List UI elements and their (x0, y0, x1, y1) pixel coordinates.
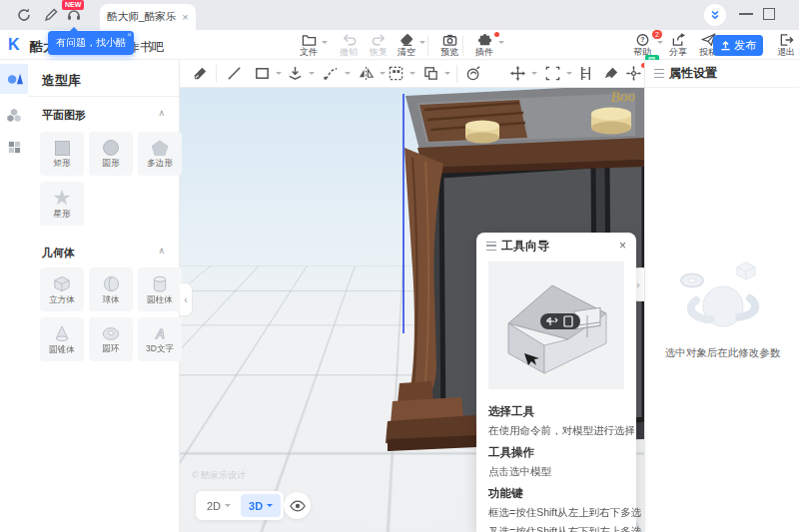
house-illustration-icon (488, 262, 624, 389)
shape-tile-cylinder[interactable]: 圆柱体 (138, 267, 182, 311)
minimize-button[interactable] (739, 13, 753, 15)
rectangle-tool[interactable] (254, 65, 272, 83)
line-tool[interactable] (226, 65, 244, 83)
drawbar-divider (216, 65, 217, 83)
properties-panel-title: 属性设置 (669, 65, 717, 82)
material-brush-tool[interactable] (465, 65, 483, 83)
collapse-section-icon[interactable]: ∧ (158, 108, 165, 118)
marquee-select-tool[interactable] (544, 65, 562, 83)
shape-tile-circle[interactable]: 圆形 (89, 132, 133, 176)
maximize-button[interactable] (763, 8, 775, 20)
share-icon (671, 33, 686, 47)
guide-hotkey: 叉选=按住Shift从右下到左上多选 (488, 524, 628, 532)
mode-3d-caret-icon (267, 504, 273, 507)
puzzle-icon (477, 33, 492, 47)
collapse-left-panel-handle[interactable]: ‹ (180, 282, 193, 316)
clear-button[interactable]: 清空 (390, 33, 423, 59)
tooltip-close-icon[interactable]: × (127, 30, 132, 39)
properties-panel: 属性设置 选中对象后在此修改参数 (644, 60, 799, 532)
svg-text:Boo: Boo (610, 88, 635, 105)
camera-icon (442, 33, 457, 47)
nav-materials-item[interactable] (0, 132, 28, 162)
shape-tile-rectangle[interactable]: 矩形 (40, 132, 84, 176)
shape-tile-star[interactable]: 星形 (40, 182, 84, 226)
tab-kool-master[interactable]: 酷大师_酷家乐 × (100, 4, 196, 30)
share-button[interactable]: 分享 (661, 33, 695, 59)
mode-2d-button[interactable]: 2D (199, 494, 239, 517)
tool-guide-close-icon[interactable]: × (619, 239, 626, 253)
guide-heading: 选择工具 (488, 404, 628, 419)
pen-icon[interactable] (43, 7, 59, 23)
shape-tile-polygon[interactable]: 多边形 (138, 132, 182, 176)
tool-guide-panel: 工具向导 × 选择工具 在使用命令前，对模型进行选择 工具操作 点击选中模型 功 (476, 233, 636, 532)
kool-master-app: NEW 酷大师_酷家乐 × K 酷大师 制作书吧 有问题，找小酷 × 文件 撤 (0, 0, 799, 532)
section-plane-shapes: 平面图形 (42, 108, 86, 123)
star-icon (53, 190, 71, 207)
shapes-icon (6, 71, 23, 87)
drag-handle-icon[interactable] (486, 242, 496, 251)
cone-icon (54, 325, 70, 342)
svg-text:A: A (154, 326, 165, 341)
shape-tile-cube[interactable]: 立方体 (40, 267, 84, 311)
toolbar-divider (462, 36, 463, 56)
refresh-icon[interactable] (16, 7, 32, 23)
guide-heading: 工具操作 (488, 445, 628, 460)
move-caret-icon (531, 72, 537, 75)
marquee-caret-icon (566, 72, 572, 75)
chevrons-down-icon (709, 9, 721, 21)
plugin-button[interactable]: 插件 (467, 33, 501, 59)
properties-panel-header: 属性设置 (645, 60, 799, 88)
tool-guide-header[interactable]: 工具向导 × (476, 233, 636, 259)
copy-tool[interactable] (422, 65, 440, 83)
panel-menu-icon[interactable] (654, 69, 664, 78)
move-tool[interactable] (509, 65, 527, 83)
drawbar-divider (456, 65, 457, 83)
dimension-tool[interactable] (577, 65, 595, 83)
folder-icon (302, 33, 317, 47)
shape-tile-3d-text[interactable]: A 3D文字 (138, 317, 182, 361)
guide-text: 在使用命令前，对模型进行选择 (488, 423, 628, 437)
file-menu-button[interactable]: 文件 (292, 33, 326, 59)
publish-button[interactable]: 发布 (713, 35, 763, 56)
tool-guide-illustration (488, 262, 624, 389)
properties-empty-state: 选中对象后在此修改参数 (645, 255, 799, 360)
rectangle-icon (55, 141, 70, 156)
window-tab-bar: NEW 酷大师_酷家乐 × (0, 0, 799, 30)
gizmo-tool[interactable] (625, 65, 643, 83)
left-nav-strip (0, 60, 28, 532)
tool-guide-body: 选择工具 在使用命令前，对模型进行选择 工具操作 点击选中模型 功能键 框选=按… (488, 396, 628, 532)
push-pull-tool[interactable] (287, 65, 305, 83)
section-solids: 几何体 (42, 246, 75, 261)
3d-text-icon: A (152, 325, 169, 341)
mirror-tool[interactable] (358, 65, 376, 83)
collapse-window-button[interactable] (704, 4, 726, 26)
spline-tool[interactable] (323, 65, 341, 83)
nav-models-item[interactable] (0, 100, 28, 130)
guide-heading: 功能键 (488, 486, 628, 501)
assistant-tooltip[interactable]: 有问题，找小酷 × (48, 31, 134, 55)
pentagon-icon (152, 140, 169, 156)
mode-3d-button[interactable]: 3D (241, 494, 281, 517)
shape-tile-cone[interactable]: 圆锥体 (40, 317, 84, 361)
torus-icon (102, 326, 120, 341)
push-pull-caret-icon (309, 72, 315, 75)
cube-icon (53, 275, 71, 292)
shape-tile-sphere[interactable]: 球体 (89, 267, 133, 311)
undo-button[interactable]: 撤销 (332, 33, 366, 59)
kool-logo: K (8, 36, 26, 54)
nav-shapes-item[interactable] (0, 64, 28, 94)
shape-tile-torus[interactable]: 圆环 (89, 317, 133, 361)
visibility-button[interactable] (284, 492, 311, 519)
properties-empty-hint: 选中对象后在此修改参数 (645, 346, 799, 360)
sphere-icon (103, 275, 120, 292)
mirror-caret-icon (380, 72, 386, 75)
array-tool[interactable] (388, 65, 405, 83)
eraser-icon (400, 33, 414, 47)
paint-brush-tool[interactable] (603, 65, 621, 83)
material-swatch-tool[interactable] (192, 65, 210, 83)
upload-icon (720, 40, 731, 51)
preview-button[interactable]: 预览 (432, 33, 466, 59)
collapse-section-icon[interactable]: ∧ (158, 246, 165, 256)
exit-button[interactable]: 退出 (769, 33, 799, 59)
tab-close-icon[interactable]: × (182, 11, 188, 23)
